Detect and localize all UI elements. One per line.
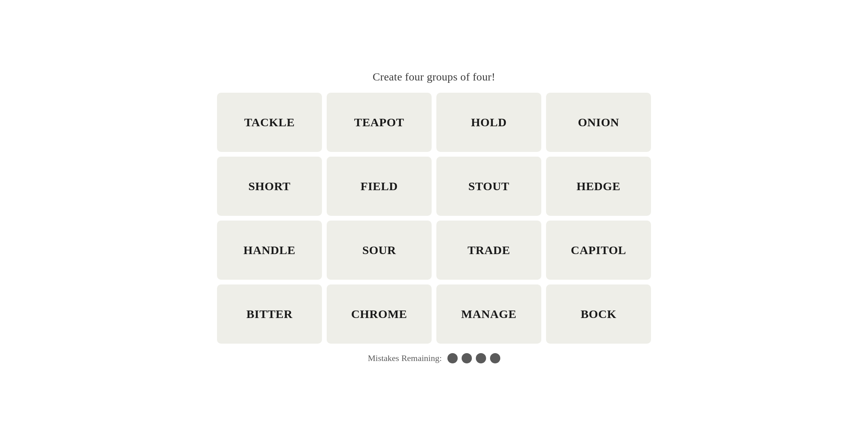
word-card-tackle[interactable]: TACKLE — [217, 93, 322, 152]
word-label: BITTER — [247, 307, 293, 321]
mistake-dot — [476, 353, 486, 363]
word-label: HEDGE — [576, 180, 620, 193]
mistake-dot — [447, 353, 458, 363]
word-card-hedge[interactable]: HEDGE — [546, 157, 651, 216]
word-label: TACKLE — [244, 116, 295, 129]
subtitle: Create four groups of four! — [373, 71, 496, 83]
mistake-dot — [490, 353, 500, 363]
word-card-field[interactable]: FIELD — [327, 157, 432, 216]
word-label: CAPITOL — [571, 243, 626, 257]
word-card-manage[interactable]: MANAGE — [436, 284, 541, 344]
word-label: CHROME — [351, 307, 407, 321]
word-label: ONION — [578, 116, 619, 129]
word-label: TEAPOT — [354, 116, 404, 129]
word-card-handle[interactable]: HANDLE — [217, 221, 322, 280]
word-label: SHORT — [249, 180, 291, 193]
word-label: TRADE — [468, 243, 510, 257]
word-card-trade[interactable]: TRADE — [436, 221, 541, 280]
mistakes-label: Mistakes Remaining: — [368, 353, 442, 363]
word-label: HOLD — [471, 116, 507, 129]
word-card-bitter[interactable]: BITTER — [217, 284, 322, 344]
word-label: SOUR — [362, 243, 396, 257]
word-card-onion[interactable]: ONION — [546, 93, 651, 152]
mistakes-section: Mistakes Remaining: — [368, 353, 500, 363]
word-card-bock[interactable]: BOCK — [546, 284, 651, 344]
word-label: MANAGE — [461, 307, 516, 321]
word-card-sour[interactable]: SOUR — [327, 221, 432, 280]
word-grid: TACKLETEAPOTHOLDONIONSHORTFIELDSTOUTHEDG… — [217, 93, 651, 344]
mistake-dot — [462, 353, 472, 363]
word-label: HANDLE — [243, 243, 296, 257]
word-card-teapot[interactable]: TEAPOT — [327, 93, 432, 152]
word-card-chrome[interactable]: CHROME — [327, 284, 432, 344]
word-label: BOCK — [581, 307, 617, 321]
word-card-hold[interactable]: HOLD — [436, 93, 541, 152]
game-container: Create four groups of four! TACKLETEAPOT… — [217, 71, 651, 363]
word-label: STOUT — [468, 180, 509, 193]
mistakes-dots — [447, 353, 500, 363]
word-card-stout[interactable]: STOUT — [436, 157, 541, 216]
word-card-capitol[interactable]: CAPITOL — [546, 221, 651, 280]
word-card-short[interactable]: SHORT — [217, 157, 322, 216]
word-label: FIELD — [361, 180, 398, 193]
